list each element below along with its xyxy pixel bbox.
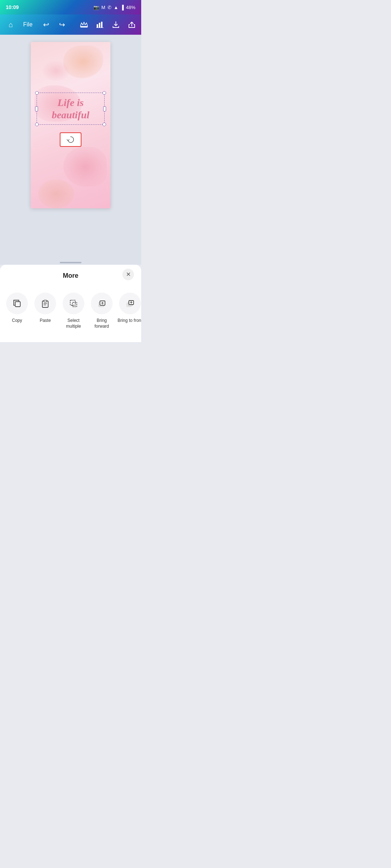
watercolor-blob-5	[42, 60, 71, 82]
handle-top-left[interactable]	[35, 91, 39, 95]
sheet-title: More	[63, 272, 78, 280]
scroll-indicator	[0, 259, 141, 265]
svg-rect-2	[99, 23, 100, 27]
handle-top-right[interactable]	[102, 91, 106, 95]
svg-rect-7	[44, 300, 47, 302]
signal-icon: ▐	[121, 5, 124, 10]
svg-rect-0	[80, 26, 88, 27]
redo-icon: ↪	[59, 20, 65, 29]
chart-button[interactable]	[95, 20, 105, 30]
close-icon: ✕	[126, 271, 131, 278]
actions-row: Copy Paste Select multiple	[0, 284, 141, 335]
select-multiple-icon-circle	[63, 293, 84, 314]
redo-button[interactable]: ↪	[57, 20, 67, 30]
crown-button[interactable]	[79, 20, 89, 30]
paste-icon-circle	[34, 293, 56, 314]
action-copy[interactable]: Copy	[3, 290, 31, 332]
copy-icon-circle	[6, 293, 28, 314]
file-button[interactable]: File	[20, 21, 35, 28]
instagram-icon: 📷	[93, 5, 99, 10]
sheet-close-button[interactable]: ✕	[122, 269, 134, 280]
bring-to-front-icon-circle	[119, 293, 141, 314]
scroll-pill	[60, 262, 81, 263]
bottom-sheet: More ✕ Copy	[0, 265, 141, 342]
undo-button[interactable]: ↩	[41, 20, 51, 30]
select-multiple-label: Select multiple	[61, 318, 86, 329]
bring-to-front-label: Bring to front	[118, 318, 141, 324]
svg-rect-1	[97, 24, 98, 27]
svg-rect-3	[101, 22, 102, 27]
status-bar: 10:09 📷 M ✆ ▲ ▐ 48%	[0, 0, 141, 14]
sheet-header: More ✕	[0, 265, 141, 284]
handle-bottom-right[interactable]	[102, 123, 106, 126]
text-element[interactable]: Life is beautiful	[37, 93, 105, 125]
svg-rect-11	[72, 302, 77, 307]
rotate-button[interactable]	[60, 132, 81, 147]
home-icon: ⌂	[9, 21, 13, 29]
home-button[interactable]: ⌂	[4, 18, 17, 31]
toolbar: ⌂ File ↩ ↪	[0, 14, 141, 35]
design-canvas[interactable]: Life is beautiful	[31, 42, 110, 208]
copy-label: Copy	[12, 318, 22, 324]
action-bring-to-front[interactable]: Bring to front	[116, 290, 141, 332]
watercolor-blob-4	[38, 179, 74, 208]
svg-rect-5	[15, 302, 20, 307]
handle-bottom-left[interactable]	[35, 123, 39, 126]
watercolor-blob-3	[63, 147, 107, 187]
paste-label: Paste	[40, 318, 51, 324]
canvas-text: Life is beautiful	[40, 97, 101, 121]
undo-icon: ↩	[43, 20, 49, 29]
action-paste[interactable]: Paste	[31, 290, 59, 332]
wifi-icon: ▲	[114, 5, 118, 10]
status-icons: 📷 M ✆ ▲ ▐ 48%	[93, 5, 135, 10]
toolbar-right-actions	[79, 20, 137, 30]
media-icon: M	[101, 5, 105, 10]
battery-icon: 48%	[126, 5, 135, 10]
bring-forward-label: Bring forward	[89, 318, 114, 329]
call-icon: ✆	[108, 5, 112, 10]
action-select-multiple[interactable]: Select multiple	[59, 290, 88, 332]
svg-rect-10	[70, 300, 75, 305]
handle-mid-left[interactable]	[35, 106, 38, 111]
bring-forward-icon-circle	[91, 293, 113, 314]
canvas-area[interactable]: Life is beautiful	[0, 35, 141, 259]
action-bring-forward[interactable]: Bring forward	[88, 290, 116, 332]
download-button[interactable]	[111, 20, 121, 30]
handle-mid-right[interactable]	[103, 106, 106, 111]
share-button[interactable]	[127, 20, 137, 30]
status-time: 10:09	[6, 4, 19, 10]
